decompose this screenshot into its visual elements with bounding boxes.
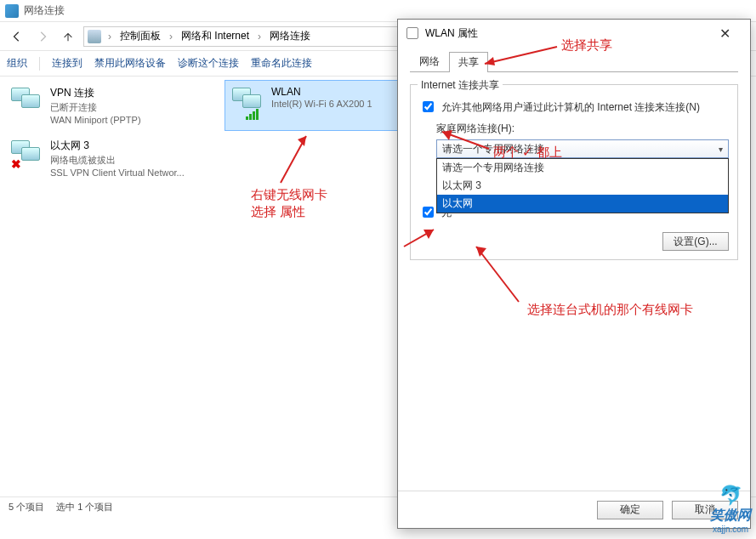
ics-group-legend: Internet 连接共享 [418, 78, 503, 93]
settings-button[interactable]: 设置(G)... [662, 232, 729, 251]
status-selected-count: 选中 1 个项目 [56, 501, 113, 513]
allow-control-checkbox[interactable] [423, 207, 434, 218]
ics-group: Internet 连接共享 允许其他网络用户通过此计算机的 Internet 连… [410, 84, 738, 260]
ok-button[interactable]: 确定 [597, 501, 663, 519]
home-network-dropdown: 请选一个专用网络连接 以太网 3 以太网 [436, 158, 729, 213]
crumb-network-connections[interactable]: 网络连接 [268, 29, 312, 43]
connection-item-ethernet3[interactable]: ✖ 以太网 3 网络电缆被拔出 SSL VPN Client Virtual N… [3, 133, 225, 184]
connection-name: 以太网 3 [50, 139, 185, 153]
connection-icon [230, 86, 264, 120]
select-value: 请选一个专用网络连接 [442, 142, 544, 156]
dropdown-option[interactable]: 以太网 3 [437, 177, 728, 195]
cmd-connect[interactable]: 连接到 [52, 56, 82, 71]
forward-button[interactable] [32, 26, 53, 47]
arrow-up-icon [62, 31, 74, 43]
chevron-right-icon[interactable]: › [166, 31, 176, 43]
dialog-footer: 确定 取消 [398, 491, 750, 528]
disconnected-icon: ✖ [11, 157, 21, 171]
wifi-signal-icon [246, 109, 259, 120]
watermark: 🐬 笑傲网 xajjn.com [710, 485, 751, 534]
arrow-left-icon [11, 31, 23, 43]
watermark-url: xajjn.com [713, 525, 748, 534]
home-network-select[interactable]: 请选一个专用网络连接 ▾ [436, 139, 729, 158]
crumb-control-panel[interactable]: 控制面板 [118, 29, 162, 43]
dropdown-option[interactable]: 请选一个专用网络连接 [437, 159, 728, 177]
chevron-right-icon[interactable]: › [105, 31, 115, 43]
dropdown-option-highlighted[interactable]: 以太网 [437, 195, 728, 213]
connection-icon: ✖ [9, 139, 43, 173]
wlan-properties-dialog: WLAN 属性 ✕ 网络 共享 Internet 连接共享 允许其他网络用户通过… [397, 19, 751, 529]
connection-icon [9, 86, 43, 120]
home-network-label: 家庭网络连接(H): [436, 122, 729, 136]
control-panel-icon [88, 30, 101, 43]
chevron-down-icon: ▾ [719, 145, 723, 154]
connection-item-vpn[interactable]: VPN 连接 已断开连接 WAN Miniport (PPTP) [3, 80, 225, 131]
connection-status: 已断开连接 [50, 101, 141, 114]
back-button[interactable] [7, 26, 27, 47]
crumb-network-internet[interactable]: 网络和 Internet [179, 29, 251, 43]
cmd-organize[interactable]: 组织 [7, 56, 27, 71]
fish-icon: 🐬 [719, 485, 742, 507]
network-icon [5, 4, 19, 18]
cmd-disable[interactable]: 禁用此网络设备 [94, 56, 166, 71]
wifi-icon [406, 27, 418, 39]
dialog-titlebar[interactable]: WLAN 属性 ✕ [398, 20, 750, 47]
connection-name: WLAN [271, 86, 372, 98]
connection-device: WAN Miniport (PPTP) [50, 115, 141, 125]
cmd-rename[interactable]: 重命名此连接 [251, 56, 312, 71]
tab-network[interactable]: 网络 [410, 51, 449, 71]
allow-sharing-label: 允许其他网络用户通过此计算机的 Internet 连接来连接(N) [441, 100, 700, 115]
connection-status: 网络电缆被拔出 [50, 154, 185, 167]
close-button[interactable]: ✕ [708, 21, 742, 45]
connection-device: Intel(R) Wi-Fi 6 AX200 1 [271, 99, 372, 109]
window-title: 网络连接 [24, 3, 65, 18]
dialog-tabs: 网络 共享 [410, 52, 738, 72]
dialog-title: WLAN 属性 [425, 26, 701, 41]
connection-name: VPN 连接 [50, 86, 141, 100]
status-item-count: 5 个项目 [9, 501, 44, 513]
cmd-diagnose[interactable]: 诊断这个连接 [178, 56, 239, 71]
up-button[interactable] [58, 26, 78, 47]
watermark-name: 笑傲网 [710, 507, 751, 525]
connection-device: SSL VPN Client Virtual Networ... [50, 167, 185, 178]
arrow-right-icon [37, 31, 48, 43]
allow-sharing-checkbox[interactable] [423, 101, 434, 112]
chevron-right-icon[interactable]: › [254, 31, 264, 43]
close-icon: ✕ [719, 26, 730, 42]
tab-sharing[interactable]: 共享 [449, 52, 488, 72]
